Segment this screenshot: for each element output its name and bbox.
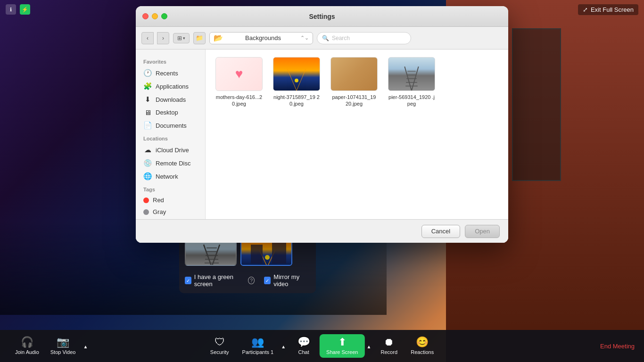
- file-thumb-3: [330, 57, 378, 91]
- search-icon: 🔍: [322, 35, 329, 41]
- tag-red-label: Red: [153, 197, 164, 204]
- grid-icon: ⊞: [177, 35, 182, 41]
- tag-red-dot: [143, 197, 149, 203]
- file-name-4: pier-569314_1920 .jpeg: [388, 94, 435, 107]
- remote-icon: 💿: [143, 159, 152, 167]
- svg-rect-4: [388, 58, 435, 91]
- downloads-label: Downloads: [156, 96, 186, 103]
- traffic-light-red[interactable]: [142, 13, 149, 19]
- new-folder-button[interactable]: 📁: [193, 32, 206, 44]
- modal-overlay: Settings ‹ › ⊞ ▾ 📁 📂 Backgrounds ⌃⌄: [0, 0, 644, 362]
- view-mode-button[interactable]: ⊞ ▾: [173, 33, 190, 43]
- sidebar-item-remote[interactable]: 💿 Remote Disc: [136, 156, 205, 170]
- sidebar-item-applications[interactable]: 🧩 Applications: [136, 80, 205, 93]
- applications-icon: 🧩: [143, 82, 152, 90]
- documents-label: Documents: [156, 122, 187, 129]
- file-chooser-body: Favorites 🕐 Recents 🧩 Applications ⬇ Dow…: [136, 49, 508, 219]
- downloads-icon: ⬇: [143, 95, 152, 104]
- file-name-3: paper-1074131_19 20.jpeg: [330, 94, 378, 107]
- file-name-2: night-3715897_19 20.jpeg: [273, 94, 320, 107]
- applications-label: Applications: [156, 83, 189, 90]
- location-label: Backgrounds: [245, 34, 281, 41]
- dialog-titlebar: Settings: [136, 6, 508, 27]
- sidebar-item-network[interactable]: 🌐 Network: [136, 170, 205, 183]
- location-icon: 📂: [214, 33, 223, 42]
- sidebar-item-documents[interactable]: 📄 Documents: [136, 119, 205, 132]
- sidebar-item-icloud[interactable]: ☁ iCloud Drive: [136, 143, 205, 156]
- svg-rect-0: [273, 58, 320, 91]
- file-item-3[interactable]: paper-1074131_19 20.jpeg: [328, 57, 380, 107]
- remote-label: Remote Disc: [156, 160, 190, 167]
- settings-dialog: Settings ‹ › ⊞ ▾ 📁 📂 Backgrounds ⌃⌄: [136, 6, 508, 243]
- cancel-button[interactable]: Cancel: [421, 225, 460, 238]
- file-chooser: ‹ › ⊞ ▾ 📁 📂 Backgrounds ⌃⌄ 🔍 Search: [136, 27, 508, 243]
- traffic-lights: [142, 13, 167, 19]
- open-button: Open: [465, 225, 500, 238]
- file-item-1[interactable]: mothers-day-616...20.jpeg: [213, 57, 265, 107]
- tags-label: Tags: [136, 183, 205, 194]
- icloud-icon: ☁: [143, 146, 152, 154]
- dialog-title: Settings: [309, 13, 335, 20]
- network-label: Network: [156, 173, 178, 180]
- nav-back-button[interactable]: ‹: [141, 32, 154, 44]
- new-folder-icon: 📁: [196, 34, 203, 41]
- sidebar-item-tag-gray[interactable]: Gray: [136, 206, 205, 218]
- icloud-label: iCloud Drive: [156, 147, 189, 154]
- recents-label: Recents: [156, 70, 178, 77]
- search-box[interactable]: 🔍 Search: [317, 32, 411, 44]
- location-dropdown[interactable]: 📂 Backgrounds ⌃⌄: [209, 32, 313, 44]
- file-chooser-toolbar: ‹ › ⊞ ▾ 📁 📂 Backgrounds ⌃⌄ 🔍 Search: [136, 27, 508, 49]
- tag-gray-dot: [143, 209, 149, 215]
- tag-gray-label: Gray: [153, 208, 166, 215]
- file-item-4[interactable]: pier-569314_1920 .jpeg: [386, 57, 438, 107]
- file-grid: mothers-day-616...20.jpeg: [206, 49, 508, 219]
- network-icon: 🌐: [143, 172, 152, 181]
- dropdown-chevron: ⌃⌄: [300, 35, 309, 41]
- nav-forward-button[interactable]: ›: [157, 32, 169, 44]
- locations-label: Locations: [136, 132, 205, 143]
- sidebar-item-recents[interactable]: 🕐 Recents: [136, 66, 205, 80]
- sidebar: Favorites 🕐 Recents 🧩 Applications ⬇ Dow…: [136, 49, 206, 219]
- sidebar-item-desktop[interactable]: 🖥 Desktop: [136, 106, 205, 119]
- search-placeholder: Search: [332, 35, 350, 41]
- dropdown-arrow: ▾: [183, 36, 185, 41]
- file-thumb-4: [388, 57, 435, 91]
- traffic-light-yellow[interactable]: [152, 13, 158, 19]
- file-thumb-1: [215, 57, 263, 91]
- recents-icon: 🕐: [143, 69, 152, 77]
- desktop-label: Desktop: [156, 109, 178, 116]
- dialog-footer: Cancel Open: [136, 219, 508, 243]
- file-item-2[interactable]: night-3715897_19 20.jpeg: [271, 57, 322, 107]
- desktop-icon: 🖥: [143, 108, 152, 116]
- svg-point-3: [295, 79, 298, 82]
- documents-icon: 📄: [143, 121, 152, 130]
- file-name-1: mothers-day-616...20.jpeg: [215, 94, 263, 107]
- traffic-light-green[interactable]: [161, 13, 167, 19]
- sidebar-item-downloads[interactable]: ⬇ Downloads: [136, 93, 205, 106]
- sidebar-item-tag-red[interactable]: Red: [136, 194, 205, 206]
- file-thumb-2: [273, 57, 320, 91]
- favorites-label: Favorites: [136, 55, 205, 66]
